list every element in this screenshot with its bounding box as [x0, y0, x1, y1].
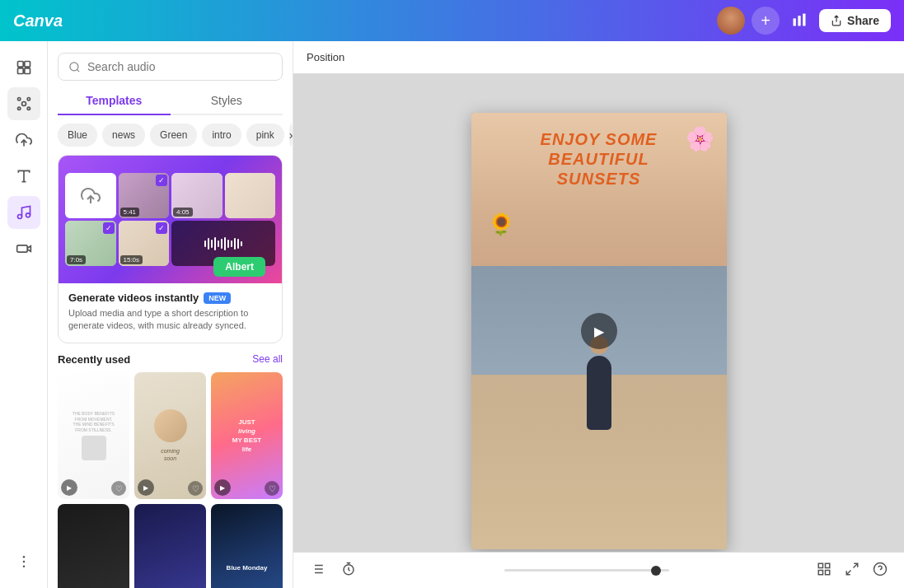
like-button-coming[interactable]: ♡: [188, 481, 203, 496]
play-button-coming[interactable]: ▶: [138, 479, 154, 496]
design-text: ENJOY SOME BEAUTIFUL SUNSETS: [517, 129, 682, 189]
tab-templates[interactable]: Templates: [58, 87, 171, 115]
play-button-yoga[interactable]: ▶: [61, 479, 77, 496]
svg-line-22: [77, 69, 79, 72]
svg-point-19: [22, 561, 25, 563]
design-title-line1: ENJOY SOME: [517, 129, 682, 149]
audio-tabs: Templates Styles: [58, 87, 283, 115]
header-right: + Share: [717, 7, 891, 35]
share-icon: [831, 15, 842, 26]
preview-thumb-upload: [65, 173, 116, 218]
chip-intro[interactable]: intro: [202, 124, 241, 147]
sidebar-item-video[interactable]: [7, 232, 40, 265]
canva-logo: Canva: [13, 12, 63, 30]
duration-4: 15:0s: [120, 255, 143, 264]
sidebar-item-panels[interactable]: [7, 51, 40, 84]
user-avatar[interactable]: [717, 7, 745, 35]
chip-pink[interactable]: pink: [246, 124, 284, 147]
sidebar-item-audio[interactable]: [7, 196, 40, 229]
audio-panel: Templates Styles Blue news Green intro p…: [48, 41, 293, 588]
preview-thumb-5: ✓ 15:0s: [119, 221, 170, 266]
tab-styles[interactable]: Styles: [171, 87, 283, 115]
sidebar-item-elements[interactable]: [7, 87, 40, 120]
filter-chips: Blue news Green intro pink ›: [48, 115, 293, 155]
header: Canva + Share: [0, 0, 904, 41]
thumbnails-grid: THE BODY BENEFITSFROM MOVEMENT,THE MIND …: [58, 372, 283, 588]
fullscreen-button[interactable]: [841, 558, 863, 583]
help-button[interactable]: [869, 558, 891, 583]
add-button[interactable]: +: [752, 7, 780, 35]
more-chips-button[interactable]: ›: [289, 124, 293, 147]
position-label: Position: [307, 51, 344, 63]
albert-tooltip: Albert: [213, 257, 265, 277]
generate-title-text: Generate videos instantly: [68, 292, 199, 304]
audio-icon: [16, 204, 32, 221]
svg-point-18: [22, 556, 25, 558]
thumbnail-dark[interactable]: ▶ ♡: [58, 504, 129, 588]
bottom-right-controls: [813, 558, 891, 583]
stats-icon: [791, 12, 808, 28]
search-box[interactable]: [58, 53, 283, 81]
like-button-best[interactable]: ♡: [265, 481, 279, 496]
generate-description: Upload media and type a short descriptio…: [68, 307, 272, 333]
share-label: Share: [847, 14, 879, 27]
thumbnail-blue-monday[interactable]: Blue Monday ▶ ♡: [211, 504, 283, 588]
new-badge: NEW: [204, 292, 231, 304]
recently-used-header: Recently used See all: [58, 353, 283, 366]
svg-point-21: [70, 62, 78, 70]
search-icon: [68, 61, 81, 73]
duration-3: 7:0s: [67, 255, 86, 264]
chip-blue[interactable]: Blue: [58, 124, 97, 147]
sidebar-item-uploads[interactable]: [7, 124, 40, 156]
svg-point-20: [22, 566, 25, 568]
svg-rect-31: [818, 563, 822, 567]
see-all-button[interactable]: See all: [252, 353, 283, 365]
svg-rect-3: [17, 62, 23, 68]
bottom-toolbar: [293, 552, 904, 588]
thumbnail-coming-soon[interactable]: comingsoon ▶ ♡: [134, 372, 206, 500]
generate-card: ✓ 5:41 4:05 ✓ 7:0s ✓: [58, 155, 283, 343]
bottom-left-controls: [307, 558, 359, 583]
svg-rect-33: [818, 570, 822, 574]
thumbnail-blue[interactable]: www.confidentiality.... ▶ ♡: [134, 504, 206, 588]
left-sidebar: [0, 41, 48, 588]
svg-point-10: [17, 107, 20, 110]
help-icon: [873, 562, 888, 576]
thumbnail-best-life[interactable]: JUSTlivingMY BESTlife ▶ ♡: [211, 372, 283, 500]
svg-rect-2: [803, 13, 805, 26]
notes-button[interactable]: [307, 558, 328, 583]
share-button[interactable]: Share: [819, 9, 891, 32]
text-icon: [16, 168, 32, 184]
chip-green[interactable]: Green: [150, 124, 197, 147]
sidebar-item-more[interactable]: [7, 545, 40, 578]
timer-button[interactable]: [338, 558, 359, 583]
svg-rect-4: [24, 62, 30, 68]
stats-button[interactable]: [786, 7, 813, 35]
svg-line-35: [854, 563, 858, 567]
svg-line-36: [846, 570, 850, 574]
generate-preview: ✓ 5:41 4:05 ✓ 7:0s ✓: [59, 156, 282, 283]
sidebar-item-text[interactable]: [7, 160, 40, 193]
notes-icon: [310, 562, 325, 576]
timeline-thumb: [651, 566, 661, 576]
fullscreen-icon: [845, 562, 860, 576]
design-card[interactable]: ENJOY SOME BEAUTIFUL SUNSETS 🌸 🌻 ▶: [471, 113, 727, 549]
preview-thumb-3: [225, 173, 276, 218]
grid-view-button[interactable]: [813, 558, 835, 583]
recently-used-section: Recently used See all THE BODY BENEFITSF…: [48, 353, 293, 588]
thumbnail-yoga[interactable]: THE BODY BENEFITSFROM MOVEMENT,THE MIND …: [58, 372, 129, 500]
video-icon: [16, 240, 32, 257]
thumb-overlay-2: ▶ ♡: [134, 476, 206, 499]
timer-icon: [341, 562, 356, 576]
svg-rect-5: [17, 68, 23, 74]
canvas-area: Position ENJOY SOME BEAUTIFUL SUNSETS 🌸 …: [293, 41, 904, 588]
preview-thumb-4: ✓ 7:0s: [65, 221, 116, 266]
chip-news[interactable]: news: [102, 124, 145, 147]
play-button-center[interactable]: ▶: [581, 313, 617, 349]
search-input[interactable]: [87, 60, 272, 73]
upload-icon: [16, 132, 32, 148]
elements-icon: [16, 96, 32, 112]
like-button-yoga[interactable]: ♡: [111, 481, 126, 496]
generate-info: Generate videos instantly NEW Upload med…: [59, 283, 282, 343]
play-button-best[interactable]: ▶: [214, 479, 231, 496]
